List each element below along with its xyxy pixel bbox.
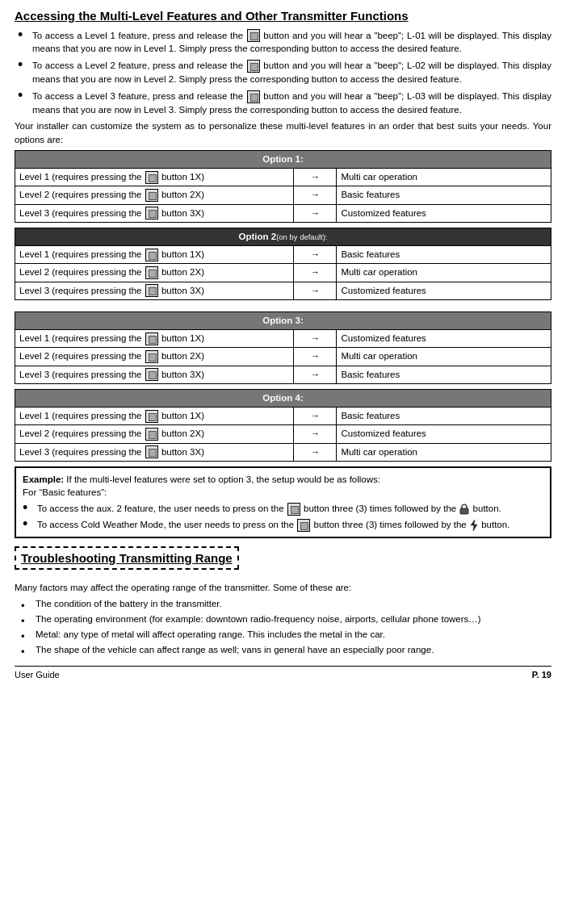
option1-table: Option 1: Level 1 (requires pressing the…: [15, 150, 551, 223]
bullet-dot-2: •: [18, 57, 29, 72]
icon-opt3-r1: [145, 332, 158, 345]
option2-table: Option 2(on by default): Level 1 (requir…: [15, 228, 551, 300]
ts-bullet-4: • The shape of the vehicle can affect ra…: [21, 645, 551, 658]
troubleshoot-intro: Many factors may affect the operating ra…: [15, 581, 551, 595]
option4-header: Option 4:: [15, 389, 551, 407]
option2-row3: Level 3 (requires pressing the button 3X…: [15, 282, 551, 299]
ts-bullet-circle-4: •: [21, 646, 32, 658]
option1-feature2: Basic features: [337, 186, 551, 204]
option2-row2: Level 2 (requires pressing the button 2X…: [15, 264, 551, 282]
option1-feature1: Multi car operation: [337, 169, 551, 186]
ts-bullet-2: • The operating environment (for example…: [21, 614, 551, 627]
troubleshoot-section: Troubleshooting Transmitting Range Many …: [15, 546, 551, 658]
ts-bullet-circle-1: •: [21, 600, 32, 612]
example-bullet-1: • To access the aux. 2 feature, the user…: [23, 502, 543, 516]
gap-row: [15, 305, 551, 311]
svg-marker-1: [471, 520, 477, 531]
option1-level1: Level 1 (requires pressing the button 1X…: [15, 169, 294, 186]
ts-bullet-1: • The condition of the battery in the tr…: [21, 599, 551, 612]
option1-row1: Level 1 (requires pressing the button 1X…: [15, 169, 551, 186]
option1-row3: Level 3 (requires pressing the button 3X…: [15, 204, 551, 222]
ts-bullet-text-1: The condition of the battery in the tran…: [36, 599, 222, 608]
ts-bullet-text-2: The operating environment (for example: …: [36, 614, 481, 624]
footer-right: P. 19: [532, 670, 551, 679]
example-box: Example: If the multi-level features wer…: [15, 466, 551, 538]
ts-bullet-text-4: The shape of the vehicle can affect rang…: [36, 645, 434, 654]
page-title: Accessing the Multi-Level Features and O…: [15, 8, 551, 24]
svg-rect-0: [460, 508, 468, 514]
customize-note: Your installer can customize the system …: [15, 119, 551, 146]
footer: User Guide P. 19: [15, 666, 551, 679]
intro-bullets: • To access a Level 1 feature, press and…: [15, 29, 551, 117]
example-bullet-text-1: To access the aux. 2 feature, the user n…: [37, 502, 543, 516]
troubleshoot-title-wrapper: Troubleshooting Transmitting Range: [15, 546, 551, 576]
icon-opt3-r2: [145, 350, 158, 363]
ts-bullet-3: • Metal: any type of metal will affect o…: [21, 629, 551, 642]
option3-row2: Level 2 (requires pressing the button 2X…: [15, 348, 551, 366]
example-icon-1: [287, 503, 300, 516]
option3-row1: Level 1 (requires pressing the button 1X…: [15, 330, 551, 348]
lock-icon-1: [459, 504, 469, 515]
bolt-icon-1: [470, 520, 478, 531]
option1-header: Option 1:: [15, 150, 551, 168]
option2-row1: Level 1 (requires pressing the button 1X…: [15, 246, 551, 264]
icon-opt2-r1: [145, 249, 158, 261]
example-bullet-dot-2: •: [23, 516, 34, 531]
icon-opt4-r1: [145, 410, 158, 423]
bullet-dot-3: •: [18, 88, 29, 102]
bullet-dot-1: •: [18, 27, 29, 42]
option3-table: Option 3: Level 1 (requires pressing the…: [15, 311, 551, 384]
bullet-text-2: To access a Level 2 feature, press and r…: [32, 59, 551, 86]
bullet-item-2: • To access a Level 2 feature, press and…: [15, 59, 551, 86]
ts-bullet-circle-3: •: [21, 630, 32, 642]
footer-left: User Guide: [15, 670, 60, 679]
transmitter-icon-3: [247, 90, 260, 103]
transmitter-icon-2: [247, 60, 260, 73]
transmitter-icon-1: [247, 29, 260, 42]
example-bullet-text-2: To access Cold Weather Mode, the user ne…: [37, 518, 543, 532]
icon-opt1-r1: [145, 171, 158, 184]
icon-opt3-r3: [145, 368, 158, 381]
icon-opt4-r2: [145, 428, 158, 441]
example-icon-2: [297, 519, 310, 532]
ts-bullet-circle-2: •: [21, 615, 32, 627]
option3-header: Option 3:: [15, 311, 551, 329]
bullet-item-1: • To access a Level 1 feature, press and…: [15, 29, 551, 56]
option4-row3: Level 3 (requires pressing the button 3X…: [15, 443, 551, 461]
bullet-item-3: • To access a Level 3 feature, press and…: [15, 90, 551, 117]
option1-arrow2: →: [294, 186, 337, 204]
example-label: Example:: [23, 475, 64, 484]
option1-arrow1: →: [294, 169, 337, 186]
option4-row2: Level 2 (requires pressing the button 2X…: [15, 425, 551, 443]
icon-opt1-r2: [145, 189, 158, 202]
option1-arrow3: →: [294, 204, 337, 222]
icon-opt1-r3: [145, 207, 158, 220]
example-intro-line: Example: If the multi-level features wer…: [23, 473, 543, 487]
bullet-text-1: To access a Level 1 feature, press and r…: [32, 29, 551, 56]
option1-level3: Level 3 (requires pressing the button 3X…: [15, 204, 294, 222]
icon-opt2-r3: [145, 284, 158, 297]
option1-feature3: Customized features: [337, 204, 551, 222]
example-bullet-dot-1: •: [23, 500, 34, 515]
ts-bullet-text-3: Metal: any type of metal will affect ope…: [36, 629, 385, 639]
option1-level2: Level 2 (requires pressing the button 2X…: [15, 186, 294, 204]
option4-row1: Level 1 (requires pressing the button 1X…: [15, 408, 551, 425]
option4-table: Option 4: Level 1 (requires pressing the…: [15, 389, 551, 462]
troubleshoot-bullets: • The condition of the battery in the tr…: [15, 599, 551, 658]
bullet-text-3: To access a Level 3 feature, press and r…: [32, 90, 551, 117]
option3-row3: Level 3 (requires pressing the button 3X…: [15, 366, 551, 383]
icon-opt4-r3: [145, 445, 158, 458]
example-bullet-2: • To access Cold Weather Mode, the user …: [23, 518, 543, 532]
option1-row2: Level 2 (requires pressing the button 2X…: [15, 186, 551, 204]
option2-header: Option 2(on by default):: [15, 228, 551, 245]
example-for-label: For “Basic features”:: [23, 486, 543, 500]
icon-opt2-r2: [145, 266, 158, 279]
troubleshoot-title: Troubleshooting Transmitting Range: [15, 546, 239, 570]
